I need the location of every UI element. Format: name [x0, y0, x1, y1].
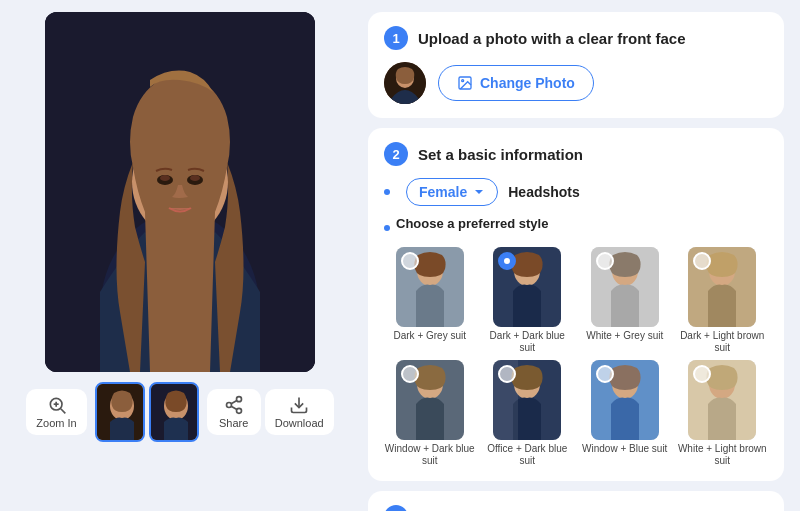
style-item-0[interactable]: Dark + Grey suit	[384, 247, 476, 354]
style-thumb-2	[591, 247, 659, 327]
style-radio-4	[401, 365, 419, 383]
style-label-7: White + Light brown suit	[677, 443, 769, 467]
upload-row: Change Photo	[384, 62, 768, 104]
avatar-preview	[384, 62, 426, 104]
main-photo-container	[45, 12, 315, 372]
style-label-0: Dark + Grey suit	[393, 330, 466, 342]
step2-badge: 2	[384, 142, 408, 166]
step3-header: 3 Click Create Headshots Now to start	[384, 505, 768, 511]
style-thumb-6	[591, 360, 659, 440]
svg-point-16	[236, 397, 241, 402]
style-item-5[interactable]: Office + Dark blue suit	[482, 360, 574, 467]
step2-title: Set a basic information	[418, 146, 583, 163]
style-thumb-1	[493, 247, 561, 327]
gender-select[interactable]: Female	[406, 178, 498, 206]
main-photo	[45, 12, 315, 372]
style-label-3: Dark + Light brown suit	[677, 330, 769, 354]
style-radio-0	[401, 252, 419, 270]
svg-point-17	[226, 403, 231, 408]
step3-badge: 3	[384, 505, 408, 511]
zoom-label: Zoom In	[36, 417, 76, 429]
download-label: Download	[275, 417, 324, 429]
style-item-2[interactable]: White + Grey suit	[579, 247, 671, 354]
headshots-label: Headshots	[508, 184, 580, 200]
thumb-img-2	[151, 384, 197, 440]
style-bullet	[384, 225, 390, 231]
style-radio-6	[596, 365, 614, 383]
svg-point-7	[190, 175, 200, 181]
style-item-1[interactable]: Dark + Dark blue suit	[482, 247, 574, 354]
right-panel: 1 Upload a photo with a clear front face…	[360, 0, 800, 511]
svg-point-18	[236, 408, 241, 413]
thumb-img-1	[97, 384, 143, 440]
style-section-label: Choose a preferred style	[396, 216, 548, 231]
style-thumb-5	[493, 360, 561, 440]
thumbnail-1[interactable]	[95, 382, 145, 442]
style-section: Choose a preferred style Dark + Grey sui…	[384, 216, 768, 467]
svg-point-25	[462, 80, 464, 82]
style-item-6[interactable]: Window + Blue suit	[579, 360, 671, 467]
style-label-6: Window + Blue suit	[582, 443, 667, 455]
style-grid: Dark + Grey suitDark + Dark blue suitWhi…	[384, 247, 768, 467]
share-button[interactable]: Share	[207, 389, 261, 435]
share-label: Share	[219, 417, 248, 429]
thumbnail-strip	[95, 382, 199, 442]
change-photo-button[interactable]: Change Photo	[438, 65, 594, 101]
svg-line-20	[231, 400, 237, 403]
bullet-icon	[384, 189, 390, 195]
style-thumb-7	[688, 360, 756, 440]
toolbar: Zoom In	[16, 382, 344, 442]
style-thumb-0	[396, 247, 464, 327]
svg-point-6	[160, 175, 170, 181]
change-photo-label: Change Photo	[480, 75, 575, 91]
zoom-in-button[interactable]: Zoom In	[26, 389, 86, 435]
gender-value: Female	[419, 184, 467, 200]
style-thumb-3	[688, 247, 756, 327]
step2-header: 2 Set a basic information	[384, 142, 768, 166]
style-radio-2	[596, 252, 614, 270]
style-thumb-4	[396, 360, 464, 440]
gender-row: Female Headshots	[384, 178, 768, 206]
download-button[interactable]: Download	[265, 389, 334, 435]
style-label-1: Dark + Dark blue suit	[482, 330, 574, 354]
svg-line-9	[60, 409, 65, 414]
style-item-4[interactable]: Window + Dark blue suit	[384, 360, 476, 467]
step1-title: Upload a photo with a clear front face	[418, 30, 686, 47]
step1-badge: 1	[384, 26, 408, 50]
style-item-3[interactable]: Dark + Light brown suit	[677, 247, 769, 354]
svg-line-19	[231, 406, 237, 409]
step3-card: 3 Click Create Headshots Now to start Cr…	[368, 491, 784, 511]
step1-card: 1 Upload a photo with a clear front face…	[368, 12, 784, 118]
style-item-7[interactable]: White + Light brown suit	[677, 360, 769, 467]
thumbnail-2[interactable]	[149, 382, 199, 442]
step1-header: 1 Upload a photo with a clear front face	[384, 26, 768, 50]
style-label-4: Window + Dark blue suit	[384, 443, 476, 467]
style-label-2: White + Grey suit	[586, 330, 663, 342]
style-label-5: Office + Dark blue suit	[482, 443, 574, 467]
left-panel: Zoom In	[0, 0, 360, 511]
step2-card: 2 Set a basic information Female Headsho…	[368, 128, 784, 481]
